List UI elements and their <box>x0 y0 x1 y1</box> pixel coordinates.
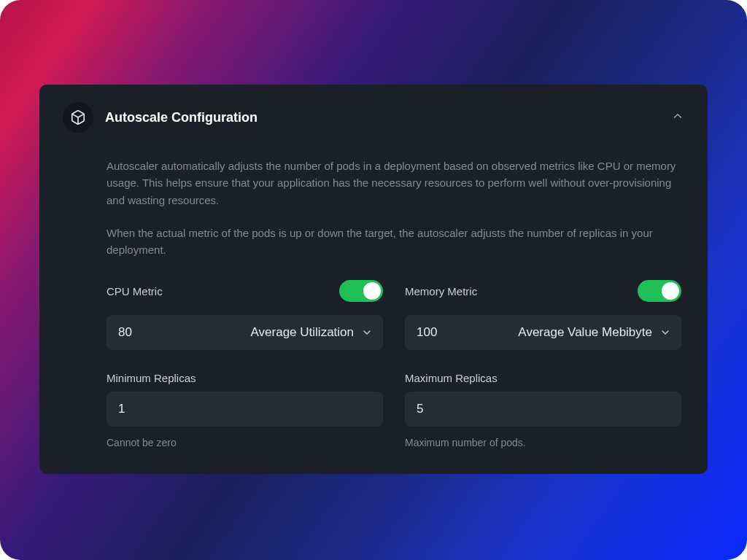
cpu-metric-input-row: 80 Average Utilization <box>107 315 383 350</box>
chevron-down-icon <box>659 327 671 338</box>
cpu-metric-label: CPU Metric <box>107 285 163 298</box>
memory-metric-header: Memory Metric <box>405 280 681 302</box>
memory-metric-input-row: 100 Average Value Mebibyte <box>405 315 681 350</box>
toggle-knob <box>662 282 679 300</box>
cpu-metric-header: CPU Metric <box>107 280 383 302</box>
cpu-mode-label: Average Utilization <box>251 325 354 340</box>
memory-value-input[interactable]: 100 <box>405 325 463 340</box>
panel-title: Autoscale Configuration <box>105 110 659 125</box>
replica-grid: Minimum Replicas 1 Cannot be zero Maximu… <box>107 372 681 448</box>
page-background: Autoscale Configuration Autoscaler autom… <box>0 0 747 560</box>
cpu-metric-block: CPU Metric 80 Average Utilization <box>107 280 383 350</box>
min-replicas-help: Cannot be zero <box>107 437 383 448</box>
memory-metric-label: Memory Metric <box>405 285 477 298</box>
min-replicas-input[interactable]: 1 <box>107 392 383 427</box>
memory-mode-select[interactable]: Average Value Mebibyte <box>463 325 681 340</box>
chevron-up-icon <box>671 109 684 122</box>
box-icon <box>63 102 93 133</box>
toggle-knob <box>363 282 381 300</box>
min-replicas-label: Minimum Replicas <box>107 372 383 384</box>
autoscale-panel: Autoscale Configuration Autoscaler autom… <box>39 85 708 474</box>
cpu-mode-select[interactable]: Average Utilization <box>165 325 383 340</box>
memory-metric-block: Memory Metric 100 Average Value Mebibyte <box>405 280 681 350</box>
cpu-value-input[interactable]: 80 <box>107 325 165 340</box>
max-replicas-block: Maximum Replicas 5 Maximum number of pod… <box>405 372 681 448</box>
collapse-button[interactable] <box>671 109 684 125</box>
metric-grid: CPU Metric 80 Average Utilization <box>107 280 681 350</box>
description-2: When the actual metric of the pods is up… <box>107 225 681 259</box>
panel-body: Autoscaler automatically adjusts the num… <box>63 133 684 448</box>
cpu-metric-toggle[interactable] <box>339 280 383 302</box>
chevron-down-icon <box>361 327 373 338</box>
memory-mode-label: Average Value Mebibyte <box>518 325 652 340</box>
max-replicas-label: Maximum Replicas <box>405 372 681 384</box>
max-replicas-help: Maximum number of pods. <box>405 437 681 448</box>
max-replicas-input[interactable]: 5 <box>405 392 681 427</box>
description-1: Autoscaler automatically adjusts the num… <box>107 158 681 209</box>
min-replicas-block: Minimum Replicas 1 Cannot be zero <box>107 372 383 448</box>
panel-header: Autoscale Configuration <box>63 102 684 133</box>
memory-metric-toggle[interactable] <box>638 280 681 302</box>
